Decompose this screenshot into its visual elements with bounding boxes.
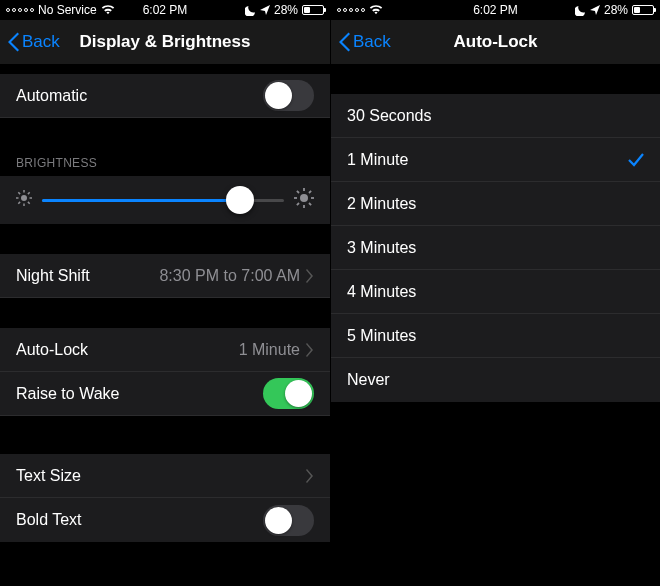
carrier-label: No Service: [38, 3, 97, 17]
row-auto-lock[interactable]: Auto-Lock 1 Minute: [0, 328, 330, 372]
checkmark-icon: [628, 153, 644, 167]
status-bar: 6:02 PM 28%: [331, 0, 660, 20]
chevron-left-icon: [8, 32, 20, 52]
row-bold-text[interactable]: Bold Text: [0, 498, 330, 542]
chevron-right-icon: [306, 343, 314, 357]
signal-dots-icon: [337, 8, 365, 12]
back-label: Back: [22, 32, 60, 52]
bold-text-label: Bold Text: [16, 511, 263, 529]
auto-lock-detail: 1 Minute: [239, 341, 300, 359]
option-row[interactable]: 4 Minutes: [331, 270, 660, 314]
chevron-right-icon: [306, 269, 314, 283]
clock: 6:02 PM: [143, 3, 188, 17]
battery-pct: 28%: [274, 3, 298, 17]
option-row[interactable]: 3 Minutes: [331, 226, 660, 270]
row-night-shift[interactable]: Night Shift 8:30 PM to 7:00 AM: [0, 254, 330, 298]
svg-line-7: [18, 202, 20, 204]
signal-dots-icon: [6, 8, 34, 12]
nav-bar: Back Display & Brightness: [0, 20, 330, 64]
night-shift-label: Night Shift: [16, 267, 159, 285]
wifi-icon: [369, 5, 383, 15]
bold-text-toggle[interactable]: [263, 505, 314, 536]
auto-lock-options: 30 Seconds1 Minute2 Minutes3 Minutes4 Mi…: [331, 94, 660, 402]
clock: 6:02 PM: [473, 3, 518, 17]
svg-line-5: [18, 192, 20, 194]
page-title: Display & Brightness: [80, 32, 251, 52]
sun-small-icon: [16, 190, 32, 210]
screen-auto-lock: 6:02 PM 28% Back Auto-Lock 30 Seconds1 M…: [330, 0, 660, 586]
status-bar: No Service 6:02 PM 28%: [0, 0, 330, 20]
option-label: 3 Minutes: [347, 239, 644, 257]
option-row[interactable]: 30 Seconds: [331, 94, 660, 138]
option-label: Never: [347, 371, 644, 389]
row-automatic[interactable]: Automatic: [0, 74, 330, 118]
battery-pct: 28%: [604, 3, 628, 17]
automatic-label: Automatic: [16, 87, 263, 105]
night-shift-detail: 8:30 PM to 7:00 AM: [159, 267, 300, 285]
raise-to-wake-toggle[interactable]: [263, 378, 314, 409]
row-raise-to-wake[interactable]: Raise to Wake: [0, 372, 330, 416]
back-label: Back: [353, 32, 391, 52]
raise-to-wake-label: Raise to Wake: [16, 385, 263, 403]
moon-icon: [245, 5, 256, 16]
option-label: 5 Minutes: [347, 327, 644, 345]
text-size-label: Text Size: [16, 467, 306, 485]
brightness-slider[interactable]: [42, 199, 284, 202]
moon-icon: [575, 5, 586, 16]
brightness-header: BRIGHTNESS: [0, 148, 330, 176]
auto-lock-label: Auto-Lock: [16, 341, 239, 359]
svg-line-14: [297, 191, 299, 193]
option-row[interactable]: Never: [331, 358, 660, 402]
svg-line-8: [28, 192, 30, 194]
wifi-icon: [101, 5, 115, 15]
slider-thumb[interactable]: [226, 186, 254, 214]
svg-line-15: [309, 203, 311, 205]
back-button[interactable]: Back: [8, 32, 60, 52]
svg-line-6: [28, 202, 30, 204]
automatic-toggle[interactable]: [263, 80, 314, 111]
sun-large-icon: [294, 188, 314, 212]
option-label: 2 Minutes: [347, 195, 644, 213]
chevron-left-icon: [339, 32, 351, 52]
location-icon: [260, 5, 270, 15]
battery-icon: [302, 5, 324, 15]
option-label: 1 Minute: [347, 151, 628, 169]
brightness-slider-row: [0, 176, 330, 224]
nav-bar: Back Auto-Lock: [331, 20, 660, 64]
battery-icon: [632, 5, 654, 15]
svg-point-0: [21, 195, 27, 201]
option-row[interactable]: 2 Minutes: [331, 182, 660, 226]
page-title: Auto-Lock: [453, 32, 537, 52]
location-icon: [590, 5, 600, 15]
option-label: 4 Minutes: [347, 283, 644, 301]
back-button[interactable]: Back: [339, 32, 391, 52]
option-row[interactable]: 5 Minutes: [331, 314, 660, 358]
option-row[interactable]: 1 Minute: [331, 138, 660, 182]
row-text-size[interactable]: Text Size: [0, 454, 330, 498]
svg-point-9: [300, 194, 308, 202]
chevron-right-icon: [306, 469, 314, 483]
svg-line-16: [297, 203, 299, 205]
option-label: 30 Seconds: [347, 107, 644, 125]
svg-line-17: [309, 191, 311, 193]
screen-display-brightness: No Service 6:02 PM 28% Back Display & Br…: [0, 0, 330, 586]
